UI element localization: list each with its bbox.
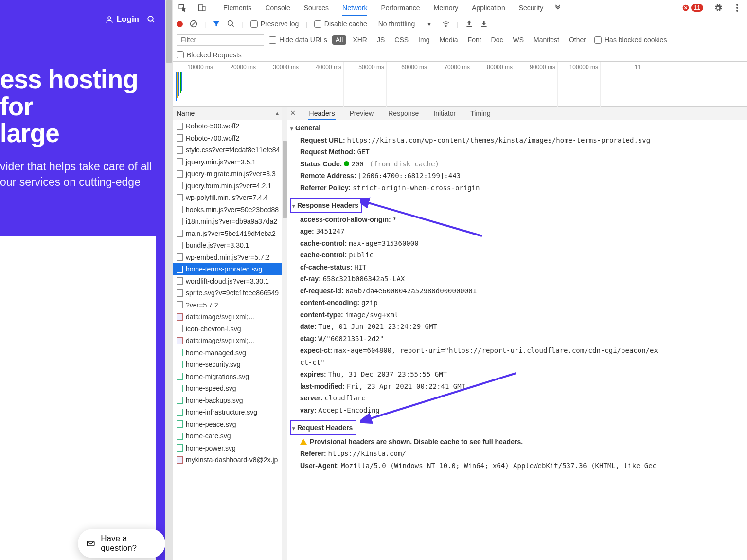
tab-performance[interactable]: Performance — [381, 0, 420, 16]
user-icon — [105, 15, 114, 24]
request-row[interactable]: home-backups.svg — [173, 395, 282, 407]
type-chip-css[interactable]: CSS — [391, 35, 412, 45]
close-icon[interactable]: × — [290, 108, 296, 118]
type-chip-all[interactable]: All — [332, 35, 347, 45]
type-chip-doc[interactable]: Doc — [488, 35, 507, 45]
tab-application[interactable]: Application — [472, 0, 505, 16]
type-chip-xhr[interactable]: XHR — [349, 35, 371, 45]
details-tab-response[interactable]: Response — [387, 107, 420, 120]
tab-security[interactable]: Security — [519, 0, 544, 16]
request-row[interactable]: wordlift-cloud.js?ver=3.30.1 — [173, 275, 282, 288]
details-tab-initiator[interactable]: Initiator — [432, 107, 457, 120]
request-row[interactable]: home-terms-prorated.svg — [173, 263, 282, 275]
device-icon[interactable] — [197, 3, 207, 13]
request-list-header[interactable]: Name ▲ — [173, 107, 282, 120]
request-row[interactable]: home-care.svg — [173, 430, 282, 442]
request-row[interactable]: bundle.js?ver=3.30.1 — [173, 239, 282, 252]
request-row[interactable]: jquery-migrate.min.js?ver=3.3 — [173, 168, 282, 180]
file-icon — [177, 266, 183, 273]
request-name: home-speed.svg — [186, 384, 236, 392]
request-row[interactable]: mykinsta-dashboard-v8@2x.jp — [173, 454, 282, 466]
filter-input[interactable] — [177, 34, 264, 46]
section-request-headers[interactable]: Request Headers — [290, 420, 356, 435]
record-icon[interactable] — [177, 21, 183, 27]
tab-sources[interactable]: Sources — [304, 0, 329, 16]
page-scrollbar[interactable] — [165, 0, 173, 560]
request-row[interactable]: home-managed.svg — [173, 347, 282, 359]
request-row[interactable]: jquery.min.js?ver=3.5.1 — [173, 156, 282, 168]
request-row[interactable]: icon-chevron-l.svg — [173, 323, 282, 335]
chat-widget[interactable]: Have a question? — [78, 529, 165, 558]
type-chip-manifest[interactable]: Manifest — [530, 35, 563, 45]
type-chip-media[interactable]: Media — [436, 35, 461, 45]
request-row[interactable]: home-power.svg — [173, 442, 282, 454]
file-icon — [177, 277, 183, 285]
request-row[interactable]: data:image/svg+xml;… — [173, 311, 282, 323]
tab-console[interactable]: Console — [265, 0, 290, 16]
details-tab-headers[interactable]: Headers — [308, 107, 336, 120]
search-icon[interactable] — [147, 15, 156, 24]
clear-icon[interactable] — [190, 20, 197, 28]
has-blocked-checkbox[interactable]: Has blocked cookies — [594, 36, 667, 44]
request-name: data:image/svg+xml;… — [186, 337, 255, 344]
request-row[interactable]: main.js?ver=5be1419df4eba2 — [173, 228, 282, 240]
scroll-up-icon[interactable]: ▲ — [275, 110, 280, 116]
login-link[interactable]: Login — [105, 15, 139, 24]
inspect-icon[interactable] — [178, 3, 187, 13]
file-icon — [177, 170, 183, 178]
request-row[interactable]: i18n.min.js?ver=db9a9a37da2 — [173, 216, 282, 228]
request-row[interactable]: data:image/svg+xml;… — [173, 335, 282, 347]
kebab-icon[interactable] — [732, 3, 742, 13]
blocked-requests-checkbox[interactable]: Blocked Requests — [177, 51, 242, 59]
wifi-icon[interactable] — [442, 20, 450, 28]
header-kv: Remote Address: [2606:4700::6812:199]:44… — [290, 170, 747, 182]
gear-icon[interactable] — [713, 3, 723, 13]
tab-network[interactable]: Network — [342, 0, 367, 16]
request-row[interactable]: home-infrastructure.svg — [173, 406, 282, 418]
tab-memory[interactable]: Memory — [434, 0, 459, 16]
search-network-icon[interactable] — [227, 20, 235, 28]
request-name: mykinsta-dashboard-v8@2x.jp — [186, 456, 278, 464]
request-list-scrollbar[interactable] — [282, 107, 287, 560]
error-count: 11 — [691, 4, 703, 12]
request-row[interactable]: home-peace.svg — [173, 418, 282, 431]
file-icon — [177, 182, 183, 189]
request-row[interactable]: Roboto-700.woff2 — [173, 132, 282, 145]
type-chip-ws[interactable]: WS — [510, 35, 528, 45]
type-chip-js[interactable]: JS — [374, 35, 388, 45]
request-row[interactable]: home-security.svg — [173, 359, 282, 371]
type-chip-font[interactable]: Font — [464, 35, 485, 45]
download-icon[interactable] — [480, 20, 488, 28]
request-name: style.css?ver=f4cdaf8e11efe84 — [186, 146, 280, 154]
timeline-overview[interactable]: 10000 ms20000 ms30000 ms40000 ms50000 ms… — [173, 62, 747, 107]
type-chip-img[interactable]: Img — [415, 35, 433, 45]
throttling-select[interactable]: No throttling ▾ — [374, 19, 435, 29]
more-tabs-icon[interactable] — [553, 3, 563, 13]
request-row[interactable]: Roboto-500.woff2 — [173, 120, 282, 132]
request-row[interactable]: sprite.svg?v=9efc1feee866549 — [173, 287, 282, 299]
tab-elements[interactable]: Elements — [223, 0, 251, 16]
section-general[interactable]: General — [290, 122, 747, 134]
hide-data-urls-checkbox[interactable]: Hide data URLs — [269, 36, 327, 44]
devtools-toptabs: ElementsConsoleSourcesNetworkPerformance… — [173, 0, 747, 16]
timeline-tick: 90000 ms — [515, 62, 558, 107]
request-row[interactable]: ?ver=5.7.2 — [173, 299, 282, 311]
svg-point-9 — [736, 7, 738, 9]
chat-label: Have a question? — [101, 534, 157, 553]
request-row[interactable]: jquery.form.min.js?ver=4.2.1 — [173, 180, 282, 192]
type-chip-other[interactable]: Other — [566, 35, 589, 45]
request-row[interactable]: wp-embed.min.js?ver=5.7.2 — [173, 252, 282, 264]
request-row[interactable]: home-migrations.svg — [173, 371, 282, 383]
details-tab-timing[interactable]: Timing — [469, 107, 492, 120]
request-row[interactable]: style.css?ver=f4cdaf8e11efe84 — [173, 144, 282, 156]
disable-cache-checkbox[interactable]: Disable cache — [314, 20, 367, 28]
error-badge[interactable]: 11 — [682, 4, 703, 12]
request-row[interactable]: hooks.min.js?ver=50e23bed88 — [173, 204, 282, 216]
request-row[interactable]: wp-polyfill.min.js?ver=7.4.4 — [173, 192, 282, 204]
section-response-headers[interactable]: Response Headers — [290, 198, 362, 213]
request-row[interactable]: home-speed.svg — [173, 382, 282, 395]
filter-icon[interactable] — [213, 20, 220, 28]
details-tab-preview[interactable]: Preview — [348, 107, 374, 120]
preserve-log-checkbox[interactable]: Preserve log — [250, 20, 299, 28]
upload-icon[interactable] — [465, 20, 473, 28]
